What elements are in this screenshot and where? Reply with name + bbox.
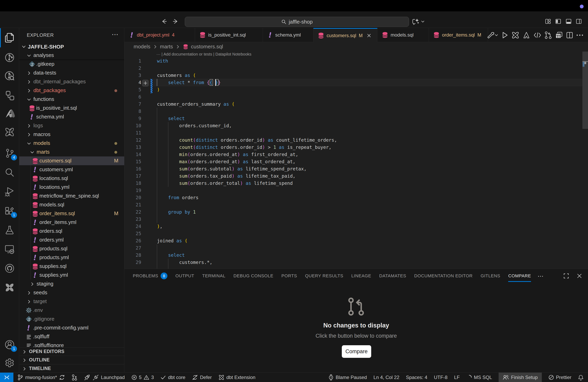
editor-tab-dbt-project-yml[interactable]: dbt_project.yml4 [125,28,195,42]
tree-item-dbt-packages[interactable]: dbt_packages [19,86,125,95]
activity-bar-item-lineage-graph[interactable] [0,48,19,67]
query-preview-icon[interactable] [555,31,563,39]
activity-bar-item-extensions[interactable]: 1 [0,201,19,220]
activity-bar-item-github[interactable] [0,259,19,278]
tree-item-order-items-yml[interactable]: order_items.yml [19,218,125,227]
panel-tab-documentation-editor[interactable]: DOCUMENTATION EDITOR [414,269,473,283]
tree-item-staging[interactable]: staging [19,280,125,288]
dbt-docs-icon[interactable] [522,31,530,39]
customize-layout-icon[interactable] [545,18,551,24]
panel-tab-compare[interactable]: COMPARE [508,269,531,283]
status-item-branch[interactable]: mwong-fusion* [17,373,65,382]
tree-item-dbt-internal-packages[interactable]: dbt_internal_packages [19,77,125,86]
dbt-power-user-icon[interactable] [511,31,519,39]
activity-bar-item-dbt[interactable] [0,104,19,123]
panel-tab-output[interactable]: OUTPUT [175,269,194,283]
tree-item--sqlfluff[interactable]: .sqlfluff [19,332,125,341]
panel-tab-debug-console[interactable]: DEBUG CONSOLE [233,269,273,283]
status-item-language-mode[interactable]: MS SQL [466,373,492,382]
breadcrumb-item[interactable]: models [134,43,150,50]
toggle-secondary-sidebar-icon[interactable] [576,18,582,24]
tree-item-metricflow-time-spine-sql[interactable]: metricflow_time_spine.sql [19,191,125,200]
editor-tab-schema-yml[interactable]: schema.yml [263,28,314,42]
tree-item-supplies-sql[interactable]: supplies.sql [19,262,125,271]
compare-button[interactable]: Compare [342,345,371,358]
tree-item-products-yml[interactable]: products.yml [19,253,125,262]
panel-close-icon[interactable] [576,273,582,279]
tree-item-models[interactable]: models [19,139,125,148]
codelens-actions[interactable]: ··· | Add documentation or tests | Datap… [156,52,252,57]
status-item-finish-setup[interactable]: Finish Setup [499,373,542,382]
tree-item-models-sql[interactable]: models.sql [19,200,125,209]
compiled-code-icon[interactable] [533,32,541,38]
status-item-prettier[interactable]: Prettier [548,373,571,382]
tree-item-is-positive-int-sql[interactable]: is_positive_int.sql [19,104,125,113]
status-item-blame[interactable]: Blame Paused [328,373,367,382]
split-editor-icon[interactable] [566,32,573,39]
activity-bar-item-testing[interactable] [0,220,19,240]
activity-bar-item-run-debug[interactable] [0,182,19,201]
tree-item-logs[interactable]: logs [19,121,125,130]
git-compare-file-icon[interactable] [545,31,552,39]
tree-root-row[interactable]: JAFFLE-SHOP [19,42,125,51]
tree-item-analyses[interactable]: analyses [19,51,125,60]
status-item-dbt-core[interactable]: dbt core [160,373,185,382]
panel-tab-query-results[interactable]: QUERY RESULTS [305,269,343,283]
status-item-compare-changes[interactable] [72,373,77,382]
breadcrumb[interactable]: modelsmartscustomers.sql [125,42,588,51]
tree-item-schema-yml[interactable]: schema.yml [19,113,125,121]
status-item-indentation[interactable]: Spaces: 4 [406,373,427,382]
more-actions-icon[interactable] [576,34,583,36]
activity-bar-item-dbt-power-user[interactable] [0,122,19,142]
tree-item-customers-sql[interactable]: customers.sqlM [19,156,125,165]
tree-item-order-items-sql[interactable]: order_items.sqlM [19,209,125,218]
activity-bar-item-query-graph[interactable] [0,66,19,86]
nav-back-button[interactable] [160,18,168,24]
tree-item-customers-yml[interactable]: customers.yml [19,165,125,174]
panel-tab-terminal[interactable]: TERMINAL [202,269,225,283]
activity-bar-item-explorer[interactable] [0,28,19,47]
activity-bar-item-remote-explorer[interactable] [0,240,19,259]
run-dbt-icon[interactable] [487,31,495,39]
status-item-eol[interactable]: LF [454,373,460,382]
tab-close-icon[interactable] [366,33,372,38]
status-item-cursor-position[interactable]: Ln 4, Col 22 [373,373,399,382]
inline-add-button[interactable] [142,80,149,87]
status-item-launchpad[interactable]: Launchpad [84,373,125,382]
sidebar-section-timeline[interactable]: TIMELINE [19,364,125,372]
editor-tab-models-sql[interactable]: models.sql [378,28,429,42]
panel-tab-ports[interactable]: PORTS [281,269,297,283]
tree-item-locations-yml[interactable]: locations.yml [19,183,125,191]
breadcrumb-item[interactable]: marts [160,43,173,50]
activity-bar-item-search[interactable] [0,163,19,182]
panel-tab-datamates[interactable]: DATAMATES [379,269,406,283]
breadcrumb-item[interactable]: customers.sql [191,43,223,50]
editor-tab-customers-sql[interactable]: customers.sqlM [314,28,378,42]
execute-query-icon[interactable] [502,31,508,39]
command-center-search[interactable]: jaffle-shop [185,17,409,27]
status-item-encoding[interactable]: UTF-8 [434,373,448,382]
remote-indicator[interactable] [0,373,13,382]
tree-item--gitignore[interactable]: .gitignore [19,315,125,324]
panel-tab-lineage[interactable]: LINEAGE [351,269,371,283]
tree-item-orders-sql[interactable]: orders.sql [19,227,125,236]
tree-item-data-tests[interactable]: data-tests [19,69,125,77]
tree-item--pre-commit-config-yaml[interactable]: .pre-commit-config.yaml [19,324,125,332]
panel-tab-problems[interactable]: PROBLEMS8 [133,269,168,283]
status-item-notifications[interactable] [578,373,584,382]
sidebar-section-open-editors[interactable]: OPEN EDITORS [19,347,125,356]
nav-forward-button[interactable] [171,18,179,24]
tree-item-products-sql[interactable]: products.sql [19,244,125,253]
tree-item-macros[interactable]: macros [19,130,125,139]
sidebar-more-actions[interactable]: ⋯ [112,28,119,41]
status-item-problems[interactable]: 53 [131,373,154,382]
tree-item-marts[interactable]: marts [19,148,125,156]
tree-item-orders-yml[interactable]: orders.yml [19,236,125,244]
tree-item-locations-sql[interactable]: locations.sql [19,174,125,183]
tree-item--gitkeep[interactable]: .gitkeep [19,60,125,69]
tree-item-seeds[interactable]: seeds [19,288,125,297]
editor-tab-order-items-sql[interactable]: order_items.sqlM [429,28,488,42]
panel-maximize-icon[interactable] [563,273,569,279]
activity-bar-item-dbt-fusion[interactable] [0,278,19,297]
panel-more-actions[interactable]: ⋯ [538,272,544,280]
